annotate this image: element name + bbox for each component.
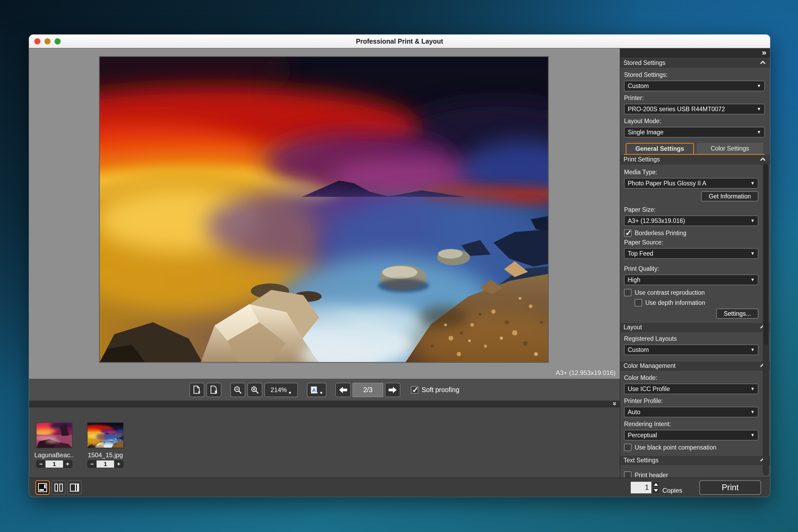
zoom-out-button[interactable] <box>230 383 245 397</box>
print-button[interactable]: Print <box>699 480 761 495</box>
next-page-button[interactable] <box>385 383 400 397</box>
chevron-down-icon: ▼ <box>750 278 755 282</box>
rendering-intent-dropdown[interactable]: Perceptual ▼ <box>624 430 758 440</box>
copies-input[interactable] <box>630 481 652 494</box>
filmstrip: LagunaBeac... − 1 + 1504_15.jpg − 1 <box>29 408 620 477</box>
soft-proofing-toggle[interactable]: Soft proofing <box>411 386 459 394</box>
paper-size-dropdown[interactable]: A3+ (12.953x19.016) ▼ <box>624 215 758 226</box>
media-type-label: Media Type: <box>624 169 758 176</box>
chevron-down-icon: ▼ <box>750 251 755 256</box>
copies-increment-button[interactable] <box>652 481 660 488</box>
borderless-printing-checkbox[interactable] <box>624 229 631 237</box>
chevron-down-icon: ▼ <box>750 181 755 186</box>
chevron-down-icon: ▼ <box>750 386 755 391</box>
settings-tabs: General Settings Color Settings <box>624 143 765 155</box>
sidebar-scrollbar[interactable] <box>763 163 769 475</box>
quality-settings-button[interactable]: Settings... <box>716 308 758 319</box>
thumbnail-image-1504[interactable] <box>88 423 123 448</box>
footer-bar: Copies Print <box>29 477 770 497</box>
printer-label: Printer: <box>624 94 765 101</box>
print-header-toggle[interactable]: Print header <box>624 471 758 477</box>
decrease-copies-button[interactable]: − <box>36 460 45 468</box>
borderless-printing-toggle[interactable]: Borderless Printing <box>624 229 758 237</box>
chevron-down-icon: ▼ <box>750 347 755 352</box>
filmstrip-item-laguna[interactable]: LagunaBeac... − 1 + <box>36 423 72 477</box>
paper-size-label: Paper Size: <box>624 206 758 213</box>
paper-source-dropdown[interactable]: Top Feed ▼ <box>624 248 758 259</box>
layout-mode-label: Layout Mode: <box>624 118 765 125</box>
media-type-dropdown[interactable]: Photo Paper Plus Glossy II A ▼ <box>624 178 758 189</box>
chevron-up-icon <box>760 157 765 163</box>
color-mode-label: Color Mode: <box>624 374 758 381</box>
zoom-out-icon <box>233 386 242 394</box>
decrease-copies-button[interactable]: − <box>88 460 97 468</box>
preview-canvas: A3+ (12.953x19.016) <box>29 49 620 379</box>
increase-copies-button[interactable]: + <box>63 460 72 468</box>
pattern-print-dropdown[interactable]: A ▼ <box>307 383 326 397</box>
printer-profile-dropdown[interactable]: Auto ▼ <box>624 407 758 417</box>
tab-general-settings[interactable]: General Settings <box>626 143 694 154</box>
thumbnail-filename: LagunaBeac... <box>34 451 74 459</box>
contrast-reproduction-checkbox[interactable] <box>624 289 631 296</box>
get-information-button[interactable]: Get Information <box>701 191 758 201</box>
chevron-down-icon: ▼ <box>750 410 755 414</box>
layout-mode-dropdown[interactable]: Single Image ▼ <box>624 127 765 137</box>
increase-copies-button[interactable]: + <box>114 460 123 468</box>
layout-section-header[interactable]: Layout <box>620 322 770 332</box>
copies-count: 1 <box>45 460 63 468</box>
filmstrip-collapse-bar[interactable]: » <box>29 401 620 407</box>
print-settings-section-header[interactable]: Print Settings <box>620 155 770 165</box>
black-point-compensation-toggle[interactable]: Use black point compensation <box>624 444 758 451</box>
color-mode-dropdown[interactable]: Use ICC Profile ▼ <box>624 384 758 394</box>
collapse-panel-icon[interactable]: » <box>762 49 766 57</box>
print-quality-dropdown[interactable]: High ▼ <box>624 274 758 285</box>
zoom-in-button[interactable] <box>247 383 262 397</box>
zoom-in-icon <box>251 386 259 394</box>
chevron-down-icon: ▼ <box>750 433 755 438</box>
delete-page-button[interactable] <box>206 383 221 397</box>
print-header-checkbox[interactable] <box>624 471 631 477</box>
view-mode-buttons <box>35 480 82 495</box>
paper-size-indicator: A3+ (12.953x19.016) <box>556 369 615 377</box>
preview-toolbar: 214% ▼ A ▼ 2/3 Soft proofing <box>29 379 620 401</box>
collapse-down-icon[interactable]: » <box>610 402 619 405</box>
registered-layouts-label: Registered Layouts <box>624 335 758 342</box>
black-point-compensation-checkbox[interactable] <box>624 444 631 451</box>
arrow-up-icon <box>654 483 658 486</box>
title-bar: Professional Print & Layout <box>29 35 770 48</box>
filmstrip-item-1504[interactable]: 1504_15.jpg − 1 + <box>88 423 123 477</box>
view-mode-panel-button[interactable] <box>67 480 82 495</box>
chevron-down-icon: ▼ <box>757 130 761 135</box>
tab-color-settings[interactable]: Color Settings <box>697 143 763 154</box>
stored-settings-section-header[interactable]: Stored Settings <box>620 58 770 68</box>
add-page-button[interactable] <box>189 383 204 397</box>
window-title: Professional Print & Layout <box>29 38 770 45</box>
contrast-reproduction-toggle[interactable]: Use contrast reproduction <box>624 289 758 296</box>
depth-information-checkbox[interactable] <box>635 299 642 306</box>
thumbnail-image-laguna[interactable] <box>36 423 72 448</box>
previous-page-button[interactable] <box>336 383 351 397</box>
copies-count: 1 <box>97 460 114 468</box>
scrollbar-thumb[interactable] <box>764 164 768 345</box>
soft-proofing-checkbox[interactable] <box>411 386 418 394</box>
zoom-level-value: 214% <box>270 386 287 394</box>
chevron-down-icon: ▼ <box>750 218 755 223</box>
zoom-level-dropdown[interactable]: 214% ▼ <box>264 383 298 397</box>
color-management-section-header[interactable]: Color Management <box>620 361 770 370</box>
registered-layouts-dropdown[interactable]: Custom ▼ <box>624 344 758 355</box>
preview-filmstrip-layout-icon <box>38 483 47 492</box>
desktop-background: Professional Print & Layout A3+ (12.953x… <box>0 0 798 532</box>
depth-information-toggle[interactable]: Use depth information <box>635 299 758 306</box>
stored-settings-dropdown[interactable]: Custom ▼ <box>624 81 765 91</box>
chevron-down-icon: ▼ <box>757 83 761 88</box>
copies-decrement-button[interactable] <box>652 488 660 494</box>
print-preview-image[interactable] <box>99 56 549 363</box>
view-mode-preview-filmstrip-button[interactable] <box>35 480 50 495</box>
view-mode-split-button[interactable] <box>51 480 66 495</box>
printer-dropdown[interactable]: PRO-200S series USB R44MT0072 ▼ <box>624 104 765 114</box>
rendering-intent-label: Rendering Intent: <box>624 421 758 428</box>
preview-region: A3+ (12.953x19.016) 214% <box>29 49 620 477</box>
stored-settings-label: Stored Settings: <box>624 71 765 78</box>
copies-spinner <box>652 481 660 494</box>
text-settings-section-header[interactable]: Text Settings <box>620 455 770 465</box>
